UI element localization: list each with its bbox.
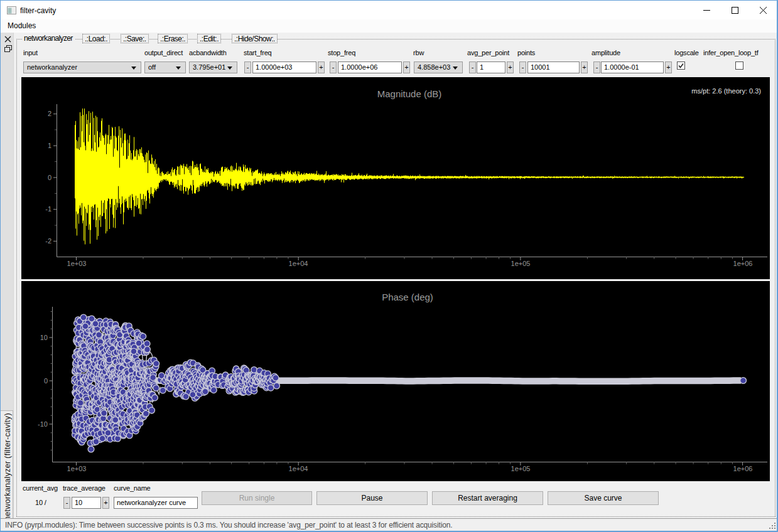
svg-text:-10: -10 <box>38 420 48 428</box>
svg-text:1e+06: 1e+06 <box>733 260 753 267</box>
svg-text:0: 0 <box>44 377 48 385</box>
svg-text:1e+06: 1e+06 <box>733 465 753 472</box>
svg-text:1e+03: 1e+03 <box>67 260 87 267</box>
svg-text:1e+04: 1e+04 <box>289 465 308 472</box>
svg-text:1: 1 <box>48 142 51 149</box>
svg-text:1e+04: 1e+04 <box>289 260 308 267</box>
svg-text:10: 10 <box>40 334 48 341</box>
svg-text:1e+05: 1e+05 <box>511 260 531 267</box>
svg-text:-1: -1 <box>45 205 51 213</box>
svg-text:-2: -2 <box>45 237 51 245</box>
svg-text:Phase (deg): Phase (deg) <box>382 292 433 302</box>
svg-text:ms/pt: 2.6 (theory: 0.3): ms/pt: 2.6 (theory: 0.3) <box>691 87 761 95</box>
svg-text:1e+03: 1e+03 <box>67 465 87 472</box>
svg-text:Magnitude (dB): Magnitude (dB) <box>377 88 442 99</box>
svg-text:1e+05: 1e+05 <box>511 465 531 472</box>
svg-text:2: 2 <box>48 110 51 117</box>
svg-text:0: 0 <box>48 174 51 181</box>
